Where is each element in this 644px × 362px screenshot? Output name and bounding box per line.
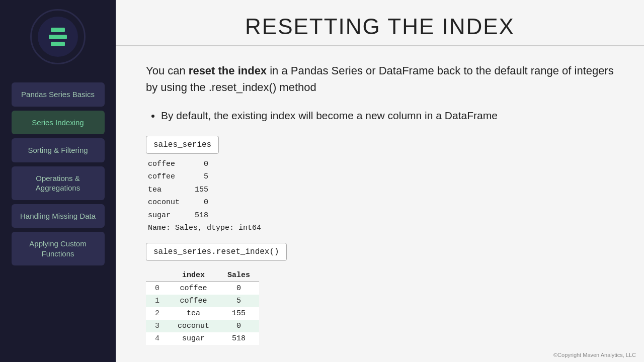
- logo-bar-top: [51, 28, 65, 32]
- row-index-col: tea: [169, 307, 218, 320]
- series-output: coffee0coffee5tea155coconut0sugar518Name…: [148, 158, 614, 235]
- table-row: 2tea155: [146, 307, 259, 320]
- row-sales-col: 0: [218, 320, 259, 332]
- table-row: 4sugar518: [146, 332, 259, 345]
- logo-inner: [38, 17, 78, 57]
- bullet-list: By default, the existing index will beco…: [161, 108, 614, 124]
- sidebar-item-operations-aggregations[interactable]: Operations & Aggregations: [12, 166, 105, 200]
- copyright-text: ©Copyright Maven Analytics, LLC: [553, 352, 636, 358]
- row-index-col: coffee: [169, 282, 218, 295]
- page-title: RESETTING THE INDEX: [146, 14, 614, 39]
- row-number: 4: [146, 332, 169, 345]
- series-row: tea155: [148, 184, 614, 197]
- series-meta: Name: Sales, dtype: int64: [148, 222, 614, 235]
- main-content: RESETTING THE INDEX You can reset the in…: [116, 0, 644, 362]
- table-body: 0coffee01coffee52tea1553coconut04sugar51…: [146, 282, 259, 345]
- logo: [30, 9, 86, 64]
- logo-bar-bot: [51, 42, 65, 46]
- logo-icon: [49, 28, 67, 46]
- row-index-col: sugar: [169, 332, 218, 345]
- row-number: 3: [146, 320, 169, 332]
- sidebar-item-applying-custom-functions[interactable]: Applying Custom Functions: [12, 232, 105, 265]
- row-sales-col: 5: [218, 295, 259, 307]
- table-row: 3coconut0: [146, 320, 259, 332]
- row-sales-col: 155: [218, 307, 259, 320]
- series-row: sugar518: [148, 209, 614, 222]
- header: RESETTING THE INDEX: [116, 0, 644, 46]
- row-sales-col: 518: [218, 332, 259, 345]
- code-box-1: sales_series: [146, 136, 219, 154]
- table-header-index: index: [169, 269, 218, 282]
- sidebar-item-pandas-series-basics[interactable]: Pandas Series Basics: [12, 82, 105, 107]
- sidebar-item-series-indexing[interactable]: Series Indexing: [12, 111, 105, 135]
- row-number: 2: [146, 307, 169, 320]
- table-row: 1coffee5: [146, 295, 259, 307]
- bullet-item-1: By default, the existing index will beco…: [161, 108, 614, 124]
- table-row: 0coffee0: [146, 282, 259, 295]
- content-area: You can reset the index in a Pandas Seri…: [116, 46, 644, 362]
- row-index-col: coconut: [169, 320, 218, 332]
- row-sales-col: 0: [218, 282, 259, 295]
- row-number: 0: [146, 282, 169, 295]
- table-header-Sales: Sales: [218, 269, 259, 282]
- intro-bold: reset the index: [189, 64, 267, 77]
- series-row: coffee0: [148, 158, 614, 171]
- row-number: 1: [146, 295, 169, 307]
- sidebar: Pandas Series BasicsSeries IndexingSorti…: [0, 0, 116, 362]
- logo-bar-mid: [49, 35, 67, 39]
- sidebar-nav: Pandas Series BasicsSeries IndexingSorti…: [12, 82, 105, 265]
- sidebar-item-sorting-filtering[interactable]: Sorting & Filtering: [12, 138, 105, 162]
- row-index-col: coffee: [169, 295, 218, 307]
- code-box-2: sales_series.reset_index(): [146, 243, 287, 261]
- sidebar-item-handling-missing-data[interactable]: Handling Missing Data: [12, 204, 105, 228]
- series-row: coffee5: [148, 170, 614, 184]
- intro-paragraph: You can reset the index in a Pandas Seri…: [146, 62, 614, 96]
- table-col-blank: [146, 269, 169, 282]
- table-header-row: indexSales: [146, 269, 259, 282]
- series-row: coconut0: [148, 196, 614, 209]
- dataframe-table: indexSales 0coffee01coffee52tea1553cocon…: [146, 269, 259, 345]
